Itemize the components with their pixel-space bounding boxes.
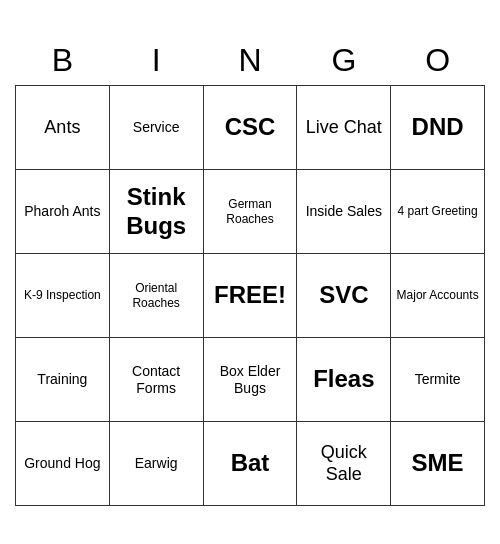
- bingo-grid: AntsServiceCSCLive ChatDNDPharoh AntsSti…: [16, 86, 485, 506]
- cell-r1-c3: Inside Sales: [297, 170, 391, 254]
- cell-r2-c3: SVC: [297, 254, 391, 338]
- header-i: I: [109, 38, 203, 86]
- cell-r0-c4: DND: [391, 86, 485, 170]
- cell-r1-c1: Stink Bugs: [109, 170, 203, 254]
- table-row: Ground HogEarwigBatQuick SaleSME: [16, 422, 485, 506]
- cell-r2-c0: K-9 Inspection: [16, 254, 110, 338]
- cell-r3-c2: Box Elder Bugs: [203, 338, 297, 422]
- cell-r2-c4: Major Accounts: [391, 254, 485, 338]
- cell-r3-c3: Fleas: [297, 338, 391, 422]
- cell-r4-c4: SME: [391, 422, 485, 506]
- cell-r4-c2: Bat: [203, 422, 297, 506]
- table-row: AntsServiceCSCLive ChatDND: [16, 86, 485, 170]
- cell-r4-c3: Quick Sale: [297, 422, 391, 506]
- cell-r1-c4: 4 part Greeting: [391, 170, 485, 254]
- cell-r4-c0: Ground Hog: [16, 422, 110, 506]
- cell-r0-c2: CSC: [203, 86, 297, 170]
- cell-r0-c0: Ants: [16, 86, 110, 170]
- header-n: N: [203, 38, 297, 86]
- table-row: Pharoh AntsStink BugsGerman RoachesInsid…: [16, 170, 485, 254]
- table-row: K-9 InspectionOriental RoachesFREE!SVCMa…: [16, 254, 485, 338]
- cell-r2-c2: FREE!: [203, 254, 297, 338]
- cell-r1-c2: German Roaches: [203, 170, 297, 254]
- cell-r4-c1: Earwig: [109, 422, 203, 506]
- cell-r3-c0: Training: [16, 338, 110, 422]
- bingo-card: B I N G O AntsServiceCSCLive ChatDNDPhar…: [15, 38, 485, 506]
- header-g: G: [297, 38, 391, 86]
- table-row: TrainingContact FormsBox Elder BugsFleas…: [16, 338, 485, 422]
- cell-r3-c4: Termite: [391, 338, 485, 422]
- cell-r1-c0: Pharoh Ants: [16, 170, 110, 254]
- header-o: O: [391, 38, 485, 86]
- bingo-header: B I N G O: [16, 38, 485, 86]
- cell-r2-c1: Oriental Roaches: [109, 254, 203, 338]
- cell-r3-c1: Contact Forms: [109, 338, 203, 422]
- cell-r0-c3: Live Chat: [297, 86, 391, 170]
- cell-r0-c1: Service: [109, 86, 203, 170]
- header-b: B: [16, 38, 110, 86]
